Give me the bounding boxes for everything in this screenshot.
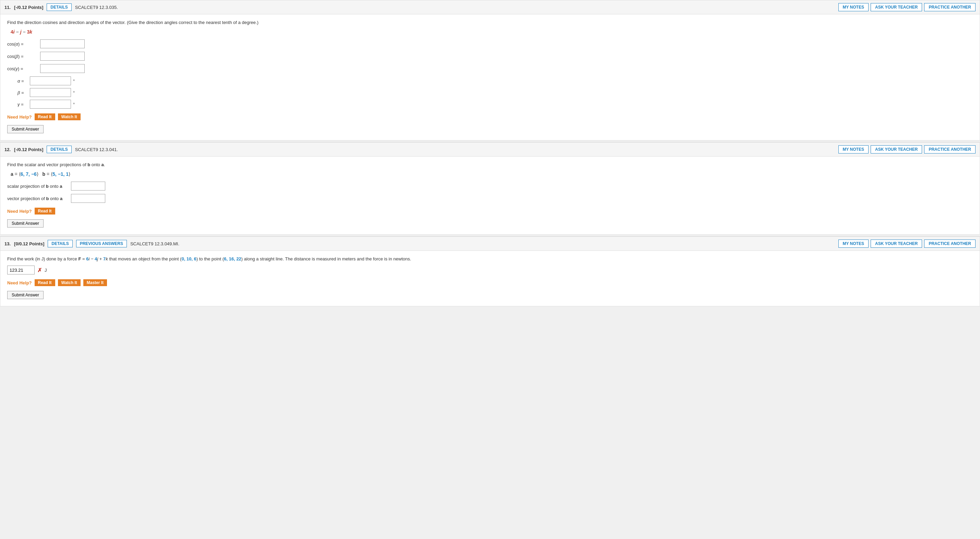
q11-submit-button[interactable]: Submit Answer [7,125,43,133]
q11-gamma-input[interactable] [30,100,71,109]
q11-need-help: Need Help? Read It Watch It [7,113,973,120]
q13-answer-row: ✗ J [7,266,973,274]
q11-cos-gamma-row: cos(γ) = [7,64,973,73]
q12-a-vector: a [11,171,13,177]
q13-need-help-label: Need Help? [7,280,32,285]
q11-cos-gamma-input[interactable] [40,64,85,73]
q13-prev-answers-button[interactable]: PREVIOUS ANSWERS [76,240,127,247]
q11-gamma-row: γ = ° [7,100,973,109]
q12-ask-teacher-button[interactable]: ASK YOUR TEACHER [870,145,922,154]
q11-alpha-label: α = [18,78,28,84]
question-13: 13. [0/0.12 Points] DETAILS PREVIOUS ANS… [0,236,980,306]
q12-question-text: Find the scalar and vector projections o… [7,162,973,167]
q13-details-button[interactable]: DETAILS [48,240,72,247]
q12-points: [-/0.12 Points] [14,147,43,152]
q11-body: Find the direction cosines and direction… [0,14,980,140]
q12-need-help-label: Need Help? [7,209,32,214]
q12-practice-button[interactable]: PRACTICE ANOTHER [924,145,975,154]
q12-vector-input[interactable] [71,194,105,203]
q12-details-button[interactable]: DETAILS [47,146,71,153]
q11-gamma-label: γ = [18,102,28,107]
q13-wrong-icon: ✗ [37,267,42,273]
q11-alpha-row: α = ° [7,76,973,85]
q11-details-button[interactable]: DETAILS [47,3,71,11]
q11-cos-alpha-label: cos(α) = [7,41,38,47]
q12-number: 12. [5,147,11,152]
q11-beta-row: β = ° [7,88,973,97]
q12-submit-button[interactable]: Submit Answer [7,219,43,228]
q11-question-text: Find the direction cosines and direction… [7,20,973,25]
question-12: 12. [-/0.12 Points] DETAILS SCALCET9 12.… [0,142,980,235]
q11-vector-text: 4i [11,29,15,35]
q13-read-it-button[interactable]: Read It [35,279,55,286]
q13-watch-it-button[interactable]: Watch It [58,279,81,286]
q11-need-help-label: Need Help? [7,114,32,120]
q11-alpha-input[interactable] [30,76,71,85]
q11-header-right: MY NOTES ASK YOUR TEACHER PRACTICE ANOTH… [838,3,976,11]
q13-answer-input[interactable] [7,266,35,274]
q11-my-notes-button[interactable]: MY NOTES [838,3,869,11]
q11-beta-input[interactable] [30,88,71,97]
q11-cos-beta-input[interactable] [40,52,85,61]
q13-body: Find the work (in J) done by a force F =… [0,251,980,306]
q11-beta-degree: ° [73,90,75,95]
q11-cos-alpha-row: cos(α) = [7,40,973,48]
q12-b-coords: 5, −1, 1 [52,171,68,177]
q12-vector-row: vector projection of b onto a [7,194,973,203]
q12-vector-label: vector projection of b onto a [7,196,69,201]
q13-points: [0/0.12 Points] [14,241,44,246]
q12-need-help: Need Help? Read It [7,208,973,214]
q12-scalar-label: scalar projection of b onto a [7,184,69,189]
q11-submit-row: Submit Answer [7,125,973,135]
q11-gamma-degree: ° [73,102,75,107]
q12-submit-row: Submit Answer [7,219,973,229]
q11-cos-beta-row: cos(β) = [7,52,973,61]
q13-question-text: Find the work (in J) done by a force F =… [7,256,973,262]
q13-code: SCALCET9 12.3.049.MI. [130,241,179,246]
q12-code: SCALCET9 12.3.041. [75,147,118,152]
q11-minus1: − [15,29,20,35]
q12-body: Find the scalar and vector projections o… [0,157,980,235]
q13-my-notes-button[interactable]: MY NOTES [838,239,869,248]
q13-submit-row: Submit Answer [7,291,973,301]
q11-alpha-degree: ° [73,78,75,84]
q12-b-vector: b [43,171,46,177]
q11-points: [-/0.12 Points] [14,5,43,10]
q11-cos-gamma-label: cos(γ) = [7,66,38,71]
q13-unit: J [45,268,47,273]
q11-watch-it-button[interactable]: Watch It [58,113,81,120]
q12-header-right: MY NOTES ASK YOUR TEACHER PRACTICE ANOTH… [838,145,976,154]
question-11: 11. [-/0.12 Points] DETAILS SCALCET9 12.… [0,0,980,141]
q12-scalar-row: scalar projection of b onto a [7,182,973,190]
q11-ask-teacher-button[interactable]: ASK YOUR TEACHER [870,3,922,11]
q13-ask-teacher-button[interactable]: ASK YOUR TEACHER [870,239,922,248]
question-11-header: 11. [-/0.12 Points] DETAILS SCALCET9 12.… [0,0,980,14]
q12-read-it-button[interactable]: Read It [35,208,55,214]
q13-header-right: MY NOTES ASK YOUR TEACHER PRACTICE ANOTH… [838,239,976,248]
q11-minus2: − [22,29,27,35]
q12-a-coords: 6, 7, −6 [21,171,37,177]
q11-read-it-button[interactable]: Read It [35,113,55,120]
q11-beta-label: β = [18,90,28,95]
q13-practice-button[interactable]: PRACTICE ANOTHER [924,239,975,248]
q11-cos-alpha-input[interactable] [40,40,85,48]
q13-submit-button[interactable]: Submit Answer [7,291,43,299]
q11-cos-beta-label: cos(β) = [7,54,38,59]
q13-need-help: Need Help? Read It Watch It Master It [7,279,973,286]
q11-number: 11. [5,5,11,10]
q13-master-it-button[interactable]: Master It [83,279,107,286]
q13-number: 13. [5,241,11,246]
question-12-header: 12. [-/0.12 Points] DETAILS SCALCET9 12.… [0,143,980,157]
q11-practice-button[interactable]: PRACTICE ANOTHER [924,3,975,11]
q12-scalar-input[interactable] [71,182,105,190]
q12-vectors: a = ⟨6, 7, −6⟩ b = ⟨5, −1, 1⟩ [7,171,973,177]
question-13-header: 13. [0/0.12 Points] DETAILS PREVIOUS ANS… [0,237,980,251]
q11-k: 3k [27,29,33,35]
q11-vector: 4i − j − 3k [7,29,973,35]
q12-my-notes-button[interactable]: MY NOTES [838,145,869,154]
q11-code: SCALCET9 12.3.035. [75,5,118,10]
